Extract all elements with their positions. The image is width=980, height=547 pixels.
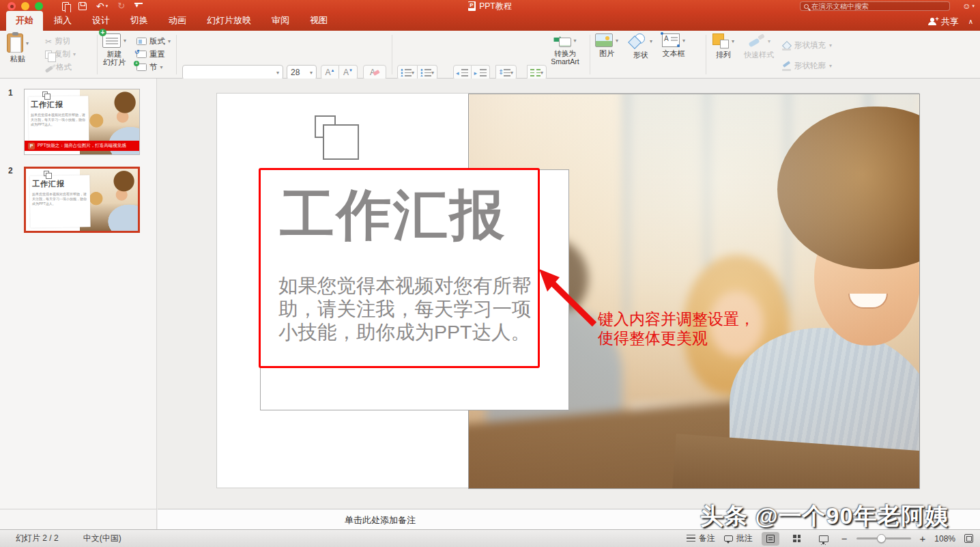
redo-button[interactable]: ↻ (117, 2, 125, 10)
search-input[interactable] (811, 2, 934, 10)
undo-button[interactable]: ↶▾ (96, 2, 108, 10)
insert-shapes-button[interactable]: ▾ 形状 (629, 33, 652, 59)
fit-to-window-button[interactable] (964, 534, 973, 543)
columns-button[interactable]: ▾ (527, 65, 547, 80)
columns-caret: ▾ (541, 70, 543, 76)
shapes-label: 形状 (633, 51, 648, 59)
annotation-text: 键入内容并调整设置， 使得整体更美观 (598, 309, 755, 348)
shape-fill-button[interactable]: 形状填充 ▾ (782, 40, 832, 51)
ribbon-tabbar: 开始 插入 设计 切换 动画 幻灯片放映 审阅 视图 共享 ∧ (0, 12, 980, 31)
slideshow-icon (819, 535, 828, 542)
insert-picture-button[interactable]: ▾ 图片 (595, 33, 618, 57)
decrease-font-button[interactable]: A (339, 65, 358, 80)
minimize-button[interactable] (21, 2, 29, 10)
picture-label: 图片 (599, 49, 614, 57)
font-size-caret: ▾ (310, 70, 313, 76)
textbox-handle-dot (677, 44, 680, 47)
numbering-button[interactable]: ▾ (418, 65, 437, 80)
search-icon (804, 4, 809, 9)
font-name-caret: ▾ (276, 70, 279, 76)
zoom-in-button[interactable]: + (920, 533, 926, 544)
search-box[interactable] (800, 1, 950, 11)
thumb-body: 如果您觉得本视频对您有所帮助，请关注我，每天学习一项小技能，助你成为PPT达人。 (31, 113, 85, 127)
zoom-percentage[interactable]: 108% (934, 534, 955, 544)
shape-outline-button[interactable]: 形状轮廓 ▾ (782, 61, 832, 71)
line-spacing-button[interactable]: ▾ (495, 65, 517, 80)
share-person-icon (928, 18, 938, 25)
zoom-out-button[interactable]: − (841, 533, 848, 544)
convert-smartart-button[interactable]: ▾ 转换为SmartArt (543, 33, 587, 66)
thumb-banner-text: PPT技能之：抛弃占位图片，打造高端视觉感 (38, 143, 126, 149)
increase-font-button[interactable]: A (321, 65, 339, 80)
textbox-handle-dot (661, 32, 663, 35)
tab-slideshow[interactable]: 幻灯片放映 (197, 11, 261, 31)
comments-toggle-button[interactable]: 批注 (724, 533, 753, 544)
increase-indent-button[interactable] (472, 65, 490, 80)
close-button[interactable] (8, 2, 16, 10)
toolbar-customize-button[interactable] (134, 3, 143, 10)
paste-button[interactable]: ▾ 粘贴 (7, 33, 29, 63)
cut-button[interactable]: ✂剪切 (45, 35, 76, 48)
slide-counter: 幻灯片 2 / 2 (16, 533, 59, 544)
picture-icon (595, 33, 613, 47)
textbox-label: 文本框 (663, 49, 685, 57)
slide-sorter-button[interactable] (788, 532, 806, 546)
section-button[interactable]: 节▾ (136, 61, 171, 74)
save-button[interactable] (78, 2, 87, 10)
copy-dropdown-caret[interactable]: ▾ (73, 51, 76, 57)
clear-formatting-button[interactable]: A (363, 65, 386, 80)
arrange-label: 排列 (716, 51, 731, 59)
normal-view-button[interactable] (762, 532, 779, 546)
new-document-button[interactable] (62, 2, 69, 11)
notes-toggle-label: 备注 (699, 533, 715, 544)
slide-body-text[interactable]: 如果您觉得本视频对您有所帮助，请关注我，每天学习一项小技能，助你成为PPT达人。 (278, 274, 539, 343)
share-button[interactable]: 共享 (928, 16, 959, 28)
bullets-button[interactable]: ▾ (397, 65, 418, 80)
new-slide-button[interactable]: ▾ 新建幻灯片 (102, 33, 126, 66)
shape-fill-icon (782, 42, 791, 50)
collapse-ribbon-chevron[interactable]: ∧ (968, 18, 973, 25)
tab-design[interactable]: 设计 (83, 11, 119, 31)
notes-placeholder[interactable]: 单击此处添加备注 (345, 514, 416, 527)
fullscreen-button[interactable] (35, 2, 43, 10)
format-painter-label: 格式 (56, 62, 72, 72)
format-painter-button[interactable]: 格式 (45, 61, 76, 74)
slide-2-thumbnail[interactable]: 工作汇报 如果您觉得本视频对您有所帮助，请关注我，每天学习一项小技能，助你成为P… (24, 167, 140, 233)
shapes-caret: ▾ (650, 38, 652, 44)
tab-insert[interactable]: 插入 (44, 11, 81, 31)
new-slide-icon (102, 33, 121, 48)
font-size-combo[interactable]: 28▾ (287, 65, 317, 80)
tab-view[interactable]: 视图 (300, 11, 337, 31)
slide-1-thumbnail[interactable]: 工作汇报 如果您觉得本视频对您有所帮助，请关注我，每天学习一项小技能，助你成为P… (24, 89, 140, 155)
cut-icon: ✂ (45, 37, 52, 46)
line-spacing-caret: ▾ (510, 70, 513, 76)
comments-toggle-label: 批注 (736, 533, 753, 544)
window-title: PPT教程 (479, 1, 511, 12)
layout-button[interactable]: 版式▾ (136, 35, 171, 48)
language-indicator[interactable]: 中文(中国) (83, 533, 121, 544)
quick-styles-button[interactable]: ▾ 快速样式 (744, 33, 774, 59)
tab-transitions[interactable]: 切换 (121, 11, 158, 31)
shape-fill-label: 形状填充 (794, 40, 826, 51)
copy-button[interactable]: 复制▾ (45, 48, 76, 61)
arrange-button[interactable]: ▾ 排列 (712, 33, 734, 59)
feedback-smiley-button[interactable]: ☺▾ (962, 1, 975, 11)
insert-textbox-button[interactable]: ▾ 文本框 (662, 33, 685, 57)
paste-dropdown-caret[interactable]: ▾ (26, 40, 29, 46)
zoom-slider-thumb[interactable] (877, 534, 886, 543)
zoom-slider[interactable] (856, 537, 911, 539)
tab-review[interactable]: 审阅 (262, 11, 299, 31)
undo-dropdown-caret[interactable]: ▾ (106, 3, 109, 9)
font-name-combo[interactable]: ▾ (182, 65, 283, 80)
slideshow-button[interactable] (815, 532, 833, 546)
selected-textbox[interactable]: 工作汇报 如果您觉得本视频对您有所帮助，请关注我，每天学习一项小技能，助你成为P… (259, 168, 540, 368)
new-slide-dropdown-caret[interactable]: ▾ (124, 38, 126, 44)
decrease-indent-button[interactable] (453, 65, 472, 80)
reset-button[interactable]: 重置 (136, 48, 171, 61)
slide-title[interactable]: 工作汇报 (280, 179, 506, 253)
tab-home[interactable]: 开始 (6, 11, 43, 31)
slide-canvas[interactable]: 工作汇报 如果您觉得本视频对您有所帮助，请关注我，每天学习一项小技能，助你成为P… (216, 93, 919, 488)
tab-animations[interactable]: 动画 (159, 11, 196, 31)
notes-toggle-button[interactable]: 备注 (687, 533, 715, 544)
logo-squares-icon[interactable] (315, 115, 369, 158)
